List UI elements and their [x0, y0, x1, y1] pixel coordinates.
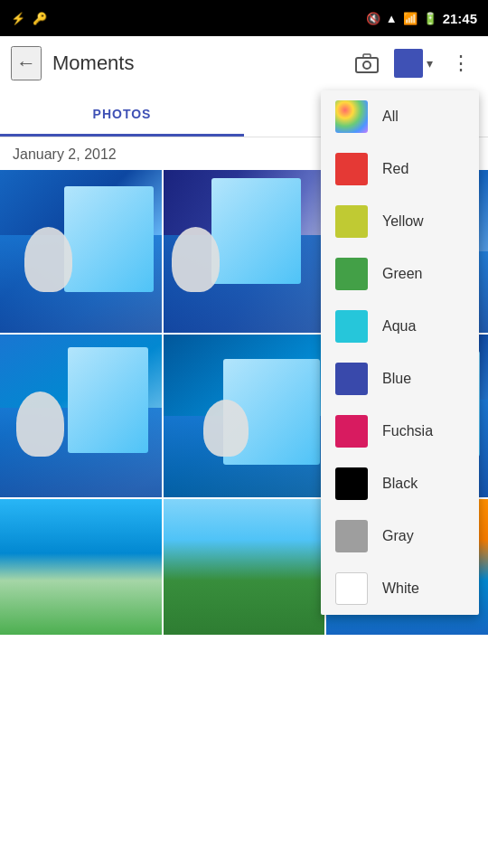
color-filter-button[interactable]: ▾	[394, 49, 433, 78]
more-options-button[interactable]: ⋮	[444, 48, 477, 79]
back-button[interactable]: ←	[11, 46, 42, 80]
photo-cell[interactable]	[164, 335, 325, 497]
svg-rect-2	[363, 54, 371, 58]
svg-rect-0	[356, 58, 378, 72]
color-option-aqua[interactable]: Aqua	[321, 300, 479, 353]
signal-icon: 📶	[403, 12, 418, 25]
color-label-gray: Gray	[382, 528, 414, 544]
color-label-black: Black	[382, 476, 418, 492]
photo-cell[interactable]	[0, 170, 162, 333]
wifi-icon: ▲	[386, 12, 398, 25]
color-label-white: White	[382, 580, 419, 597]
photo-cell[interactable]	[0, 499, 162, 635]
color-label-aqua: Aqua	[382, 318, 416, 335]
key-icon: 🔑	[33, 12, 47, 25]
color-swatch-blue	[335, 363, 368, 395]
color-option-green[interactable]: Green	[321, 248, 479, 300]
svg-point-1	[363, 61, 371, 69]
status-bar: ⚡ 🔑 🔇 ▲ 📶 🔋 21:45	[0, 0, 488, 36]
app-bar: ← Moments ▾ ⋮	[0, 36, 488, 90]
page-title: Moments	[52, 52, 340, 75]
camera-button[interactable]	[351, 47, 383, 80]
chevron-down-icon: ▾	[427, 56, 433, 71]
tab-photos[interactable]: PHOTOS	[0, 90, 244, 137]
color-swatch-red	[335, 153, 368, 185]
color-swatch	[394, 49, 423, 78]
usb-icon: ⚡	[11, 12, 25, 25]
color-label-red: Red	[382, 161, 408, 177]
color-swatch-aqua	[335, 310, 368, 343]
color-swatch-yellow	[335, 205, 368, 238]
color-option-gray[interactable]: Gray	[321, 510, 479, 562]
clock: 21:45	[443, 11, 477, 26]
color-swatch-white	[335, 572, 368, 605]
photo-cell[interactable]	[164, 170, 325, 333]
photo-cell[interactable]	[0, 335, 162, 497]
color-option-red[interactable]: Red	[321, 143, 479, 195]
color-label-fuchsia: Fuchsia	[382, 423, 433, 439]
mute-icon: 🔇	[366, 12, 380, 25]
photo-cell[interactable]	[164, 499, 325, 635]
color-option-blue[interactable]: Blue	[321, 353, 479, 405]
status-right-icons: 🔇 ▲ 📶 🔋 21:45	[366, 11, 477, 26]
status-left-icons: ⚡ 🔑	[11, 12, 47, 25]
color-swatch-fuchsia	[335, 415, 368, 448]
color-option-fuchsia[interactable]: Fuchsia	[321, 405, 479, 458]
color-label-all: All	[382, 108, 399, 125]
color-option-white[interactable]: White	[321, 562, 479, 615]
color-option-all[interactable]: All	[321, 90, 479, 143]
color-swatch-all	[335, 100, 368, 133]
color-label-blue: Blue	[382, 371, 411, 387]
color-swatch-black	[335, 467, 368, 500]
color-option-black[interactable]: Black	[321, 458, 479, 510]
color-swatch-gray	[335, 520, 368, 552]
color-dropdown: All Red Yellow Green Aqua Blue Fuchsia B…	[321, 90, 479, 615]
color-option-yellow[interactable]: Yellow	[321, 195, 479, 248]
color-swatch-green	[335, 258, 368, 290]
color-label-yellow: Yellow	[382, 213, 424, 230]
color-label-green: Green	[382, 266, 422, 282]
battery-icon: 🔋	[423, 12, 437, 25]
